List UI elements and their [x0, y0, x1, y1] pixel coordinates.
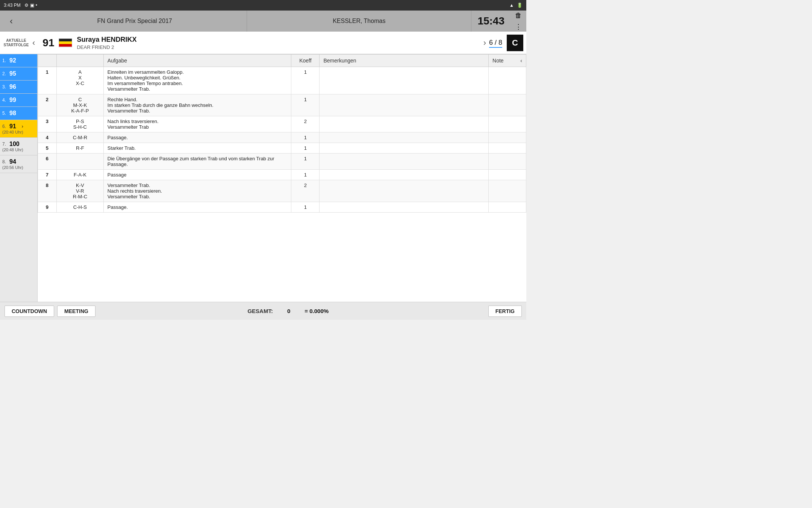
row-bemerkungen[interactable] [320, 116, 489, 132]
next-rider-button[interactable]: › [480, 38, 489, 48]
row-bemerkungen[interactable] [320, 180, 489, 202]
menu-icon[interactable]: ⋮ [515, 23, 522, 31]
sidebar-item-5[interactable]: 5. 98 [0, 107, 37, 120]
sidebar-item-7[interactable]: 7. 100 (20:48 Uhr) [0, 138, 37, 155]
prev-rider-button[interactable]: ‹ [29, 38, 38, 48]
sidebar-number: 100 [9, 141, 20, 148]
sidebar-rank: 3. [2, 84, 8, 90]
row-koeff: 1 [291, 202, 320, 213]
table-row: 3P-SS-H-CNach links traversieren.Versamm… [38, 116, 526, 132]
row-aufgabe: Rechte Hand.Im starken Trab durch die ga… [103, 94, 291, 116]
row-note[interactable] [489, 143, 526, 154]
row-position: F-A-K [56, 170, 103, 180]
row-position: AXX-C [56, 67, 103, 94]
back-arrow-icon: ‹ [10, 16, 13, 26]
row-aufgabe: Die Übergänge von der Passage zum starke… [103, 154, 291, 170]
row-num: 9 [38, 202, 57, 213]
table-row: 6Die Übergänge von der Passage zum stark… [38, 154, 526, 170]
sidebar-item-6[interactable]: 6. 91 › (20:40 Uhr) [0, 120, 37, 138]
sidebar-rank: 6. [2, 124, 8, 129]
delete-icon[interactable]: 🗑 [515, 12, 522, 20]
percent-value: = 0.000% [304, 308, 329, 314]
col-header-pos [56, 55, 103, 67]
battery-icon: 🔋 [517, 3, 523, 8]
row-num: 3 [38, 116, 57, 132]
col-header-aufgabe: Aufgabe [103, 55, 291, 67]
sidebar-item-8[interactable]: 8. 94 (20:56 Uhr) [0, 155, 37, 173]
main-content: 1. 92 2. 95 3. 96 [0, 54, 526, 302]
fertig-button[interactable]: FERTIG [488, 306, 522, 317]
sidebar-time: (20:40 Uhr) [2, 130, 23, 134]
row-num: 5 [38, 143, 57, 154]
row-aufgabe: Versammelter Trab.Nach rechts traversier… [103, 180, 291, 202]
row-num: 7 [38, 170, 57, 180]
col-header-koeff: Koeff [291, 55, 320, 67]
row-bemerkungen[interactable] [320, 94, 489, 116]
row-bemerkungen[interactable] [320, 170, 489, 180]
chevron-right-icon: › [22, 124, 23, 129]
row-note[interactable] [489, 180, 526, 202]
table-row: 2CM-X-KK-A-F-PRechte Hand.Im starken Tra… [38, 94, 526, 116]
rider-start-number: 91 [42, 37, 54, 49]
event-title: FN Grand Prix Special 2017 [23, 11, 247, 32]
meeting-button[interactable]: MEETING [57, 306, 95, 317]
row-bemerkungen[interactable] [320, 67, 489, 94]
flag-belgium [59, 38, 72, 47]
wifi-icon: ▲ [509, 3, 514, 8]
row-bemerkungen[interactable] [320, 154, 489, 170]
sidebar-rank: 4. [2, 97, 8, 103]
row-num: 4 [38, 132, 57, 143]
countdown-button[interactable]: COUNTDOWN [5, 306, 54, 317]
status-bar: 3:43 PM ⚙ ▣ • ▲ 🔋 [0, 0, 526, 11]
sidebar-number: 96 [9, 84, 16, 90]
sidebar-item-3[interactable]: 3. 96 [0, 81, 37, 94]
sidebar-item-4[interactable]: 4. 99 [0, 94, 37, 107]
row-position: C-M-R [56, 132, 103, 143]
row-note[interactable] [489, 170, 526, 180]
clock-display: 15:43 [471, 15, 511, 27]
row-bemerkungen[interactable] [320, 202, 489, 213]
row-note[interactable] [489, 154, 526, 170]
row-num: 2 [38, 94, 57, 116]
sidebar-item-1[interactable]: 1. 92 [0, 54, 37, 67]
sidebar-rank: 2. [2, 71, 8, 76]
gesamt-label: GESAMT: [247, 308, 273, 314]
judge-name: KESSLER, Thomas [247, 11, 471, 32]
row-aufgabe: Passage [103, 170, 291, 180]
row-koeff: 1 [291, 143, 320, 154]
table-row: 5R-FStarker Trab.1 [38, 143, 526, 154]
row-aufgabe: Passage. [103, 132, 291, 143]
tablet-icon: ▣ [30, 3, 34, 8]
sidebar-item-2[interactable]: 2. 95 [0, 67, 37, 81]
row-position: C-H-S [56, 202, 103, 213]
score-table-area: Aufgabe Koeff Bemerkungen Note ‹ 1AXX-CE… [38, 54, 526, 302]
row-aufgabe: Starker Trab. [103, 143, 291, 154]
collapse-icon[interactable]: ‹ [520, 58, 522, 64]
sidebar-number: 98 [9, 110, 16, 117]
table-row: 7F-A-KPassage1 [38, 170, 526, 180]
row-note[interactable] [489, 94, 526, 116]
row-note[interactable] [489, 202, 526, 213]
row-koeff: 2 [291, 180, 320, 202]
sidebar-rank: 1. [2, 58, 8, 63]
row-koeff: 1 [291, 94, 320, 116]
sidebar-number: 95 [9, 70, 16, 77]
row-koeff: 1 [291, 67, 320, 94]
rider-bar: AKTUELLE STARTFOLGE ‹ 91 Suraya HENDRIKX… [0, 32, 526, 54]
top-header: ‹ FN Grand Prix Special 2017 KESSLER, Th… [0, 11, 526, 32]
table-row: 9C-H-SPassage.1 [38, 202, 526, 213]
back-button[interactable]: ‹ [0, 11, 23, 32]
row-koeff: 1 [291, 132, 320, 143]
sidebar-time: (20:48 Uhr) [2, 148, 23, 152]
row-note[interactable] [489, 116, 526, 132]
row-bemerkungen[interactable] [320, 132, 489, 143]
row-position [56, 154, 103, 170]
row-note[interactable] [489, 132, 526, 143]
sidebar-number: 92 [9, 57, 16, 64]
row-bemerkungen[interactable] [320, 143, 489, 154]
sidebar-rank: 7. [2, 141, 8, 147]
row-note[interactable] [489, 67, 526, 94]
row-aufgabe: Passage. [103, 202, 291, 213]
sidebar-rank: 5. [2, 111, 8, 116]
row-aufgabe: Einreiten im versammelten Galopp.Halten.… [103, 67, 291, 94]
